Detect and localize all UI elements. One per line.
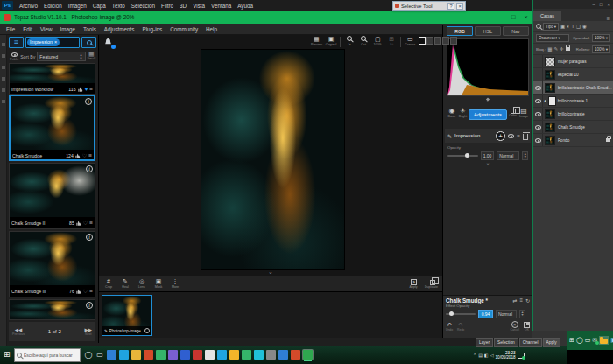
card-menu-icon[interactable]: ≡ <box>88 152 92 158</box>
effect-opacity-knob[interactable] <box>449 312 454 316</box>
layer-mask-thumbnail[interactable] <box>548 96 556 106</box>
taskbar-app-icon[interactable] <box>291 350 300 360</box>
search-input[interactable]: Impression × <box>25 37 80 48</box>
filter-pixel-icon[interactable]: ▣ <box>560 24 565 29</box>
tz-menu-edit[interactable]: Edit <box>23 26 32 32</box>
collapse-chevron-icon[interactable]: ⌃ <box>443 102 532 106</box>
filter-shape-icon[interactable]: ❑ <box>576 24 581 29</box>
selective-tool-close-button[interactable]: × <box>456 3 463 10</box>
tz-menu-community[interactable]: Community <box>170 26 198 32</box>
task-view-icon[interactable]: ▭ <box>95 350 104 360</box>
lock-transparent-icon[interactable]: ▦ <box>547 46 552 52</box>
taskbar-app-icon[interactable] <box>168 350 178 360</box>
filter-adjustment-icon[interactable]: ◐ <box>567 24 569 29</box>
blend-mode-select[interactable]: Normal <box>497 151 519 160</box>
layer-visibility-toggle[interactable] <box>533 108 543 120</box>
add-adjustment-button[interactable]: + <box>496 131 505 141</box>
crop-tool-button[interactable]: #Crop <box>103 278 114 290</box>
selective-tool-help-button[interactable]: ? <box>447 3 454 10</box>
card-menu-icon[interactable]: ≡ <box>89 288 93 294</box>
panel-menu-icon[interactable]: ≣ <box>606 15 610 21</box>
sort-select[interactable]: Featured ▲▼ <box>37 52 85 61</box>
adjustment-menu-icon[interactable]: ≡ <box>517 133 520 139</box>
adjustment-collapse-icon[interactable]: ⌄ <box>447 160 528 165</box>
info-icon[interactable]: i <box>86 302 93 309</box>
layer-thumbnail[interactable] <box>545 83 555 93</box>
layer-row[interactable]: especial 10 <box>533 68 613 81</box>
tab-nav[interactable]: Nav <box>503 26 529 36</box>
thumbs-up-icon[interactable] <box>78 87 83 92</box>
cortana-icon[interactable]: ◯ <box>576 337 583 344</box>
layer-thumbnail[interactable] <box>545 122 555 132</box>
layer-visibility-toggle[interactable] <box>533 134 543 146</box>
layer-thumbnail[interactable] <box>545 109 555 119</box>
ps-menu-edicion[interactable]: Edición <box>44 3 62 9</box>
panel-minimize-icon[interactable]: – <box>593 2 595 7</box>
thumbnail-size-button[interactable]: ▦ Small <box>88 52 96 60</box>
layer-thumbnail[interactable] <box>545 70 555 80</box>
preset-card[interactable]: i Chalk Smudge III 76 ♡ ≡ <box>9 231 95 298</box>
ps-menu-imagen[interactable]: Imagen <box>68 3 87 9</box>
tab-capas[interactable]: Capas <box>533 10 561 21</box>
image-canvas[interactable]: ⌄ <box>99 35 442 276</box>
search-tag-remove-icon[interactable]: × <box>54 38 57 46</box>
selective-tool-window[interactable]: Selective Tool ? × <box>392 1 466 10</box>
ps-menu-capa[interactable]: Capa <box>93 3 106 9</box>
duplicate-button[interactable]: Duplicate <box>425 279 438 290</box>
top-bottom-view-button[interactable] <box>442 37 449 45</box>
dual-view-button[interactable] <box>450 37 457 45</box>
histogram[interactable] <box>447 38 529 96</box>
taskbar-app-icon[interactable] <box>254 350 264 360</box>
taskbar-app-icon[interactable] <box>266 350 276 360</box>
tab-hsl[interactable]: HSL <box>475 26 501 36</box>
tz-menu-view[interactable]: View <box>40 26 53 32</box>
lock-all-icon[interactable] <box>566 47 570 51</box>
notifications-bell-icon[interactable] <box>103 38 114 48</box>
favorite-icon[interactable]: ♡ <box>83 288 88 294</box>
ps-menu-archivo[interactable]: Archivo <box>19 3 38 9</box>
adjustment-header[interactable]: ✎ Impression + ≡ <box>445 129 531 143</box>
blend-stepper[interactable]: ▲▼ <box>522 151 528 160</box>
output-tab-selection[interactable]: Selection <box>494 338 518 347</box>
taskbar-app-icon[interactable] <box>278 350 288 360</box>
cancel-button[interactable]: ×Cancel <box>510 321 519 332</box>
canvas-button[interactable]: ▭Canvas <box>405 36 415 47</box>
ok-button[interactable]: OK <box>524 322 530 332</box>
opacity-slider-knob[interactable] <box>465 153 469 158</box>
file-explorer-icon[interactable] <box>599 336 609 345</box>
taskbar-app-icon[interactable] <box>119 350 129 360</box>
output-tab-channel[interactable]: Channel <box>519 338 542 347</box>
taskbar-app-icon-active[interactable] <box>303 350 313 360</box>
ps-menu-filtro[interactable]: Filtro <box>161 3 173 9</box>
ps-menu-ventana[interactable]: Ventana <box>211 3 231 9</box>
filmstrip-thumbnail[interactable]: ✎ Photoshop-image <box>102 295 152 336</box>
redo-button[interactable]: ↷Redo <box>457 323 464 332</box>
single-view-button[interactable] <box>419 37 426 45</box>
tz-menu-help[interactable]: Help <box>206 26 217 32</box>
tray-icon[interactable]: ▤ <box>478 353 483 358</box>
bright-nav-button[interactable]: ✳Bright <box>458 108 469 119</box>
hamburger-menu-button[interactable]: ≡ <box>9 37 24 48</box>
effect-menu-icon[interactable]: ≡ <box>519 298 523 304</box>
preset-card[interactable]: i <box>9 299 95 320</box>
mail-app-icon[interactable]: ✉ <box>592 337 597 344</box>
preview-image[interactable] <box>201 50 344 270</box>
layer-row[interactable]: Chalk Smudge <box>533 121 613 134</box>
chevron-down-icon[interactable]: ⌄ <box>268 270 273 274</box>
info-icon[interactable]: i <box>85 98 92 105</box>
preset-card-selected[interactable]: i Chalk Smudge 124 ♡ ≡ <box>9 94 95 161</box>
ps-menu-texto[interactable]: Texto <box>112 3 125 9</box>
zoom-out-button[interactable]: Out <box>358 36 369 47</box>
zoom-100-button[interactable]: ▢100% <box>372 36 383 47</box>
tray-chevron-icon[interactable]: ⌃ <box>473 353 476 358</box>
fill-dropdown[interactable]: 100%▾ <box>592 46 610 53</box>
fit-button[interactable]: ⊞Fit <box>386 36 397 47</box>
mask-tool-button[interactable]: ▣Mask <box>153 278 164 290</box>
ps-menu-3d[interactable]: 3D <box>180 3 187 9</box>
layer-visibility-toggle[interactable] <box>533 121 543 133</box>
taskbar-app-icon[interactable] <box>131 350 141 360</box>
adjustments-button[interactable]: Adjustments <box>469 109 507 120</box>
output-tab-layer[interactable]: Layer <box>476 338 493 347</box>
filter-type-icon[interactable]: T <box>572 24 574 29</box>
tray-network-icon[interactable]: ◧ <box>484 353 489 358</box>
